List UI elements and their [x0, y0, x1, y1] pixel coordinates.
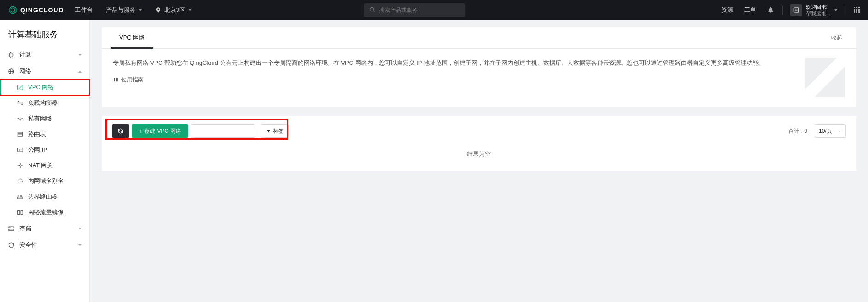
chevron-down-icon — [838, 129, 842, 133]
svg-rect-7 — [9, 53, 13, 57]
svg-point-2 — [370, 8, 374, 11]
search-icon — [369, 7, 375, 13]
sidebar-item-private-network[interactable]: 私有网络 — [0, 111, 89, 126]
ip-icon: IP — [17, 147, 23, 154]
svg-point-33 — [18, 179, 22, 183]
user-guide-link[interactable]: 使用指南 — [113, 74, 792, 85]
sidebar-group-storage: 存储 — [0, 220, 89, 237]
nat-icon — [17, 162, 23, 169]
sidebar-group-network-toggle[interactable]: 网络 — [0, 63, 89, 80]
sidebar-group-security-toggle[interactable]: 安全性 — [0, 237, 89, 253]
tabs-bar: VPC 网络 收起 — [102, 27, 856, 49]
loadbalancer-icon — [17, 100, 23, 107]
global-search[interactable] — [364, 3, 465, 17]
toolbar: + 创建 VPC 网络 标签 合计 : 0 10/页 — [112, 124, 846, 138]
book-icon — [113, 77, 119, 83]
top-header: QINGCLOUD 工作台 产品与服务 北京3区 资源 工单 — [0, 0, 868, 20]
nav-region-dropdown[interactable]: 北京3区 — [149, 0, 198, 20]
nav-tickets[interactable]: 工单 — [740, 0, 761, 20]
svg-rect-23 — [18, 132, 22, 136]
tag-filter-button[interactable]: 标签 — [261, 124, 289, 138]
svg-line-3 — [373, 11, 374, 12]
global-search-input[interactable] — [379, 7, 460, 13]
chevron-down-icon — [188, 9, 192, 11]
main-content: VPC 网络 收起 专属私有网络 VPC 帮助您在 QingCloud 公有云上… — [90, 20, 868, 302]
vpc-icon — [17, 84, 23, 91]
collapse-button[interactable]: 收起 — [827, 29, 847, 46]
svg-rect-34 — [17, 197, 23, 199]
nav-workbench[interactable]: 工作台 — [69, 0, 99, 20]
refresh-icon — [117, 128, 124, 134]
empty-result: 结果为空 — [112, 138, 846, 163]
nav-resources[interactable]: 资源 — [717, 0, 738, 20]
location-pin-icon — [155, 7, 161, 13]
sidebar-item-route-table[interactable]: 路由表 — [0, 126, 89, 142]
svg-text:IP: IP — [19, 148, 21, 151]
sidebar-group-security: 安全性 — [0, 237, 89, 253]
sidebar-item-vpc[interactable]: VPC 网络 — [0, 80, 89, 95]
chevron-down-icon — [78, 244, 82, 246]
nav-products-dropdown[interactable]: 产品与服务 — [99, 0, 149, 20]
header-right: 资源 工单 欢迎回来! 帮我运维... — [717, 0, 864, 20]
apps-grid-icon — [854, 7, 860, 13]
create-vpc-button[interactable]: + 创建 VPC 网络 — [132, 124, 188, 138]
refresh-button[interactable] — [112, 124, 129, 138]
globe-icon — [7, 68, 15, 75]
svg-marker-0 — [10, 6, 16, 14]
total-count: 0 — [804, 128, 807, 134]
mirror-icon — [17, 209, 23, 216]
svg-rect-5 — [795, 9, 797, 9]
storage-icon — [7, 225, 15, 232]
svg-rect-6 — [795, 10, 797, 10]
apps-grid-button[interactable] — [849, 0, 864, 20]
dns-icon — [17, 178, 23, 185]
chevron-down-icon — [78, 54, 82, 56]
sidebar-item-traffic-mirror[interactable]: 网络流量镜像 — [0, 205, 89, 220]
sidebar-title: 计算基础服务 — [0, 26, 89, 46]
svg-point-42 — [9, 227, 10, 228]
sidebar-item-loadbalancer[interactable]: 负载均衡器 — [0, 95, 89, 111]
filter-icon — [266, 129, 271, 134]
bell-icon — [767, 6, 774, 13]
welcome-title: 欢迎回来! — [806, 4, 830, 10]
chevron-down-icon — [834, 9, 838, 11]
list-card: + 创建 VPC 网络 标签 合计 : 0 10/页 结果为空 — [102, 116, 856, 171]
plus-icon: + — [139, 127, 143, 135]
page-size-select[interactable]: 10/页 — [815, 124, 846, 138]
sidebar-group-compute-toggle[interactable]: 计算 — [0, 46, 89, 63]
intro-card: VPC 网络 收起 专属私有网络 VPC 帮助您在 QingCloud 公有云上… — [102, 27, 856, 107]
brand-logo[interactable]: QINGCLOUD — [4, 6, 69, 15]
sidebar-item-public-ip[interactable]: IP 公网 IP — [0, 142, 89, 158]
svg-rect-22 — [21, 104, 22, 105]
route-table-icon — [17, 131, 23, 138]
avatar-icon — [790, 4, 802, 16]
total-label: 合计 : 0 — [788, 127, 807, 135]
router-icon — [17, 194, 23, 200]
svg-point-43 — [9, 229, 10, 230]
intro-banner: 专属私有网络 VPC 帮助您在 QingCloud 公有云上构建出一个专属隔离的… — [102, 49, 856, 107]
shield-icon — [7, 241, 15, 249]
notifications-button[interactable] — [763, 0, 779, 20]
brand-icon — [8, 6, 17, 15]
brand-text: QINGCLOUD — [20, 6, 64, 14]
chevron-down-icon — [138, 9, 142, 11]
sidebar: 计算基础服务 计算 网络 VPC 网络 — [0, 20, 90, 302]
user-menu[interactable]: 欢迎回来! 帮我运维... — [787, 4, 841, 17]
svg-rect-21 — [18, 101, 19, 102]
chevron-up-icon — [78, 70, 82, 73]
sidebar-group-storage-toggle[interactable]: 存储 — [0, 220, 89, 237]
sidebar-item-internal-dns[interactable]: 内网域名别名 — [0, 173, 89, 189]
sidebar-item-nat-gateway[interactable]: NAT 网关 — [0, 158, 89, 173]
svg-rect-20 — [17, 103, 23, 103]
welcome-subtitle: 帮我运维... — [806, 10, 830, 17]
intro-description: 专属私有网络 VPC 帮助您在 QingCloud 公有云上构建出一个专属隔离的… — [113, 58, 792, 68]
sidebar-group-network: 网络 VPC 网络 负载均衡器 私有网络 路由表 — [0, 63, 89, 220]
sidebar-group-compute: 计算 — [0, 46, 89, 63]
chevron-down-icon — [78, 228, 82, 230]
sidebar-item-edge-router[interactable]: 边界路由器 — [0, 189, 89, 205]
list-search-input[interactable] — [191, 124, 255, 138]
svg-rect-39 — [21, 210, 23, 214]
tab-vpc[interactable]: VPC 网络 — [111, 27, 153, 49]
intro-illustration — [805, 58, 845, 97]
svg-point-28 — [19, 165, 21, 166]
